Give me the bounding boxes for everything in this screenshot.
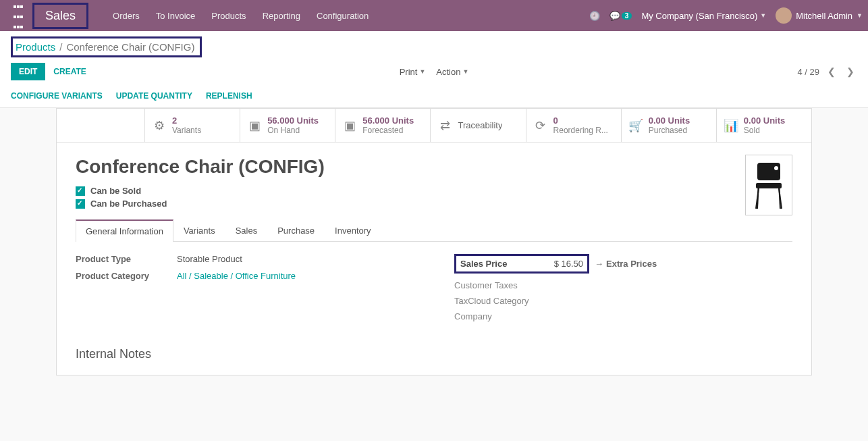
tab-purchase[interactable]: Purchase [267,219,325,241]
form-sheet: ⚙2Variants ▣56.000 UnitsOn Hand ▣56.000 … [56,108,812,375]
stat-onhand[interactable]: ▣56.000 UnitsOn Hand [240,109,335,142]
nav-reporting[interactable]: Reporting [254,1,308,30]
stat-variants[interactable]: ⚙2Variants [144,109,240,142]
print-dropdown[interactable]: Print▼ [400,67,426,77]
edit-button[interactable]: EDIT [11,63,45,80]
nav-to-invoice[interactable]: To Invoice [148,1,204,30]
refresh-icon: ⟳ [533,118,548,133]
breadcrumb-products[interactable]: Products [16,41,55,53]
product-type-value: Storable Product [177,254,242,264]
cubes-icon: ▣ [247,118,262,133]
product-category-value[interactable]: All / Saleable / Office Furniture [177,271,296,281]
sales-price-value: $ 16.50 [554,259,583,269]
can-be-purchased-row: Can be Purchased [76,199,792,209]
tab-variants[interactable]: Variants [173,219,225,241]
product-image [745,155,792,215]
arrow-right-icon: → [595,259,603,269]
user-menu[interactable]: Mitchell Admin▼ [776,7,863,24]
checkbox-icon [76,186,85,196]
top-nav: Orders To Invoice Products Reporting Con… [105,1,377,30]
company-switcher[interactable]: My Company (San Francisco)▼ [641,11,766,21]
chart-icon: 📊 [724,118,738,133]
update-quantity-button[interactable]: UPDATE QUANTITY [116,91,192,101]
clock-icon[interactable]: 🕘 [589,11,600,21]
stat-purchased[interactable]: 🛒0.00 UnitsPurchased [621,109,716,142]
tab-inventory[interactable]: Inventory [325,219,381,241]
breadcrumb: Products / Conference Chair (CONFIG) [11,36,202,57]
extra-prices-button[interactable]: →Extra Prices [595,259,657,269]
chat-icon[interactable]: 💬3 [609,11,632,21]
breadcrumb-current: Conference Chair (CONFIG) [66,41,194,53]
product-title: Conference Chair (CONFIG) [76,156,792,178]
stat-forecasted[interactable]: ▣56.000 UnitsForecasted [335,109,430,142]
nav-products[interactable]: Products [203,1,254,30]
product-category-label: Product Category [76,271,177,281]
customer-taxes-label: Customer Taxes [454,280,792,290]
checkbox-icon [76,199,85,209]
nav-configuration[interactable]: Configuration [308,1,377,30]
topbar: Sales Orders To Invoice Products Reporti… [0,0,868,31]
chat-badge: 3 [622,12,632,20]
can-be-sold-row: Can be Sold [76,186,792,196]
product-type-label: Product Type [76,254,177,264]
configure-variants-button[interactable]: CONFIGURE VARIANTS [11,91,103,101]
cart-icon: 🛒 [628,118,643,133]
sales-price-label: Sales Price [460,259,507,269]
tabs: General Information Variants Sales Purch… [76,219,792,242]
nav-orders[interactable]: Orders [105,1,148,30]
svg-rect-0 [757,163,780,180]
sitemap-icon: ⚙ [152,118,167,133]
stat-traceability[interactable]: ⇄Traceability [430,109,525,142]
avatar [776,7,792,24]
svg-rect-2 [756,183,782,188]
company-label: Company [454,311,792,321]
exchange-icon: ⇄ [437,118,452,133]
pager-prev-icon[interactable]: ❮ [825,63,838,80]
create-button[interactable]: CREATE [45,63,94,80]
pager-count: 4 / 29 [797,67,819,77]
replenish-button[interactable]: REPLENISH [206,91,252,101]
brand[interactable]: Sales [32,3,88,29]
action-dropdown[interactable]: Action▼ [436,67,468,77]
internal-notes-title: Internal Notes [76,347,792,361]
apps-icon[interactable] [5,0,32,36]
tab-sales[interactable]: Sales [225,219,268,241]
pager-next-icon[interactable]: ❯ [844,63,857,80]
stat-sold[interactable]: 📊0.00 UnitsSold [716,109,811,142]
stat-bar: ⚙2Variants ▣56.000 UnitsOn Hand ▣56.000 … [57,109,811,142]
tab-general[interactable]: General Information [76,219,173,242]
svg-point-1 [774,166,778,170]
stat-reordering[interactable]: ⟳0Reordering R... [526,109,621,142]
cubes-icon: ▣ [342,118,357,133]
taxcloud-label: TaxCloud Category [454,296,792,306]
sales-price-row: Sales Price $ 16.50 [454,254,589,274]
